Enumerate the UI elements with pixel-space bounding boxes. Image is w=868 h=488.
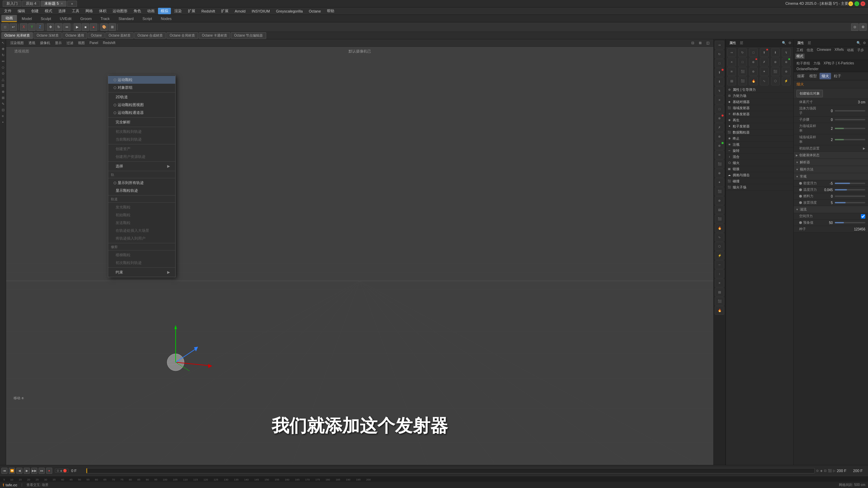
attrib-tab-project[interactable]: 工程 [795,47,805,53]
menu-item-full-solve[interactable]: 完全解析 [108,118,175,126]
attribs-icon-search[interactable]: 🔍 [856,41,861,45]
section-normal[interactable]: ▼ 常规 [794,173,868,180]
obj-item-16[interactable]: ⬛ 碰撞 [726,178,793,184]
menu-greyscale[interactable]: Greyscalegorilla [273,8,305,14]
mis-list2[interactable]: ≡ [715,279,724,287]
vp-camera[interactable]: 摄像机 [39,40,52,46]
nav-nodes[interactable]: Nodes [157,16,176,21]
obj-item-14[interactable]: ▤ 链接 [726,166,793,172]
tl-play[interactable]: ▶ [24,468,30,474]
attrib-tab-cineware[interactable]: Cineware [815,47,832,53]
obj-item-1[interactable]: ⊙ 属性 | 引导弹力 [726,87,793,93]
attrib-tab-xrefs[interactable]: XRefs [833,47,845,53]
vp-view[interactable]: 视图 [77,40,86,46]
prop-force-sample-slider[interactable] [835,128,865,129]
prop-temp-slider[interactable] [835,189,865,190]
obj-icon-solid3[interactable]: ⬛ [738,77,747,85]
menu-octane[interactable]: Octane [306,8,323,14]
menu-item-select[interactable]: 选择 ▶ [108,162,175,170]
mis-grid[interactable]: ▤ [715,205,724,214]
prop-domain-sample-value[interactable]: 2 [819,138,833,142]
sidebar-tool5[interactable]: ⊕ [0,89,6,94]
obj-item-8[interactable]: ⬛ 数据颗粒器 [726,129,793,136]
tb-x[interactable]: X [20,23,27,31]
mis-box[interactable]: □ [715,59,724,68]
vp-icon1[interactable]: ⊡ [690,41,695,45]
model-tab-model[interactable]: 模型 [807,73,819,79]
tb-snap[interactable]: ⊙ [851,23,859,31]
mis-hex[interactable]: ⬡ [715,242,724,251]
menu-item-object-group[interactable]: 对象群组 [108,84,175,92]
obj-icon-add[interactable]: ⊕ [749,58,758,66]
tab-xinrumen[interactable]: 新入门 [3,1,21,7]
attribs-tab-props[interactable]: 属性 [796,40,805,46]
prop-density-slider[interactable] [835,183,865,184]
nav-track[interactable]: Track [96,16,114,21]
mis-solid[interactable]: ⬛ [715,160,724,168]
attribs-tab-layers[interactable]: 层 [806,40,812,46]
mis-add2[interactable]: ⊕ [715,141,724,150]
sidebar-tool6[interactable]: ⊞ [0,95,6,100]
tl-prev-frame[interactable]: ◀ [16,468,22,474]
tb-options[interactable]: ⚙ [859,23,867,31]
menu-volume[interactable]: 体积 [96,8,109,14]
menu-item-show-particle-track[interactable]: 显示颗粒轨迹 [108,187,175,195]
mat-octane-global[interactable]: Octane 全局材质 [166,32,198,39]
prop-place-value[interactable]: 5 [819,201,833,205]
tb-play[interactable]: ▶ [74,23,81,31]
prop-substep-value[interactable]: 0 [819,118,833,122]
tab-weibiaoti5[interactable]: 未标题 5 × [41,1,66,7]
gear-icon[interactable]: ⚙ [788,41,791,45]
prop-place-slider-container[interactable] [835,202,865,203]
prop-domain-sample-slider[interactable] [835,139,865,140]
nav-script[interactable]: Script [138,16,156,21]
vp-icon2[interactable]: ⊞ [697,41,703,45]
menu-help[interactable]: 帮助 [324,8,337,14]
obj-icon-electric[interactable]: ⚡ [782,77,791,85]
prop-seed-value[interactable]: 123456 [852,227,865,231]
nav-model[interactable]: Model [18,16,36,21]
nav-animate[interactable]: 动画 [1,15,17,22]
obj-icon-add3[interactable]: ⊕ [749,67,758,76]
menu-mesh[interactable]: 网格 [83,8,96,14]
tl-end-icon4[interactable]: ⬛ [828,469,832,472]
obj-item-10[interactable]: ≋ 注视 [726,142,793,148]
objects-tab[interactable]: 属性 [728,40,737,46]
menu-item-2d-track[interactable]: 2D轨道 [108,93,175,101]
obj-icon-hex[interactable]: ⬡ [771,77,780,85]
menu-file[interactable]: 文件 [1,8,14,14]
mat-octane-surface[interactable]: Octane 面材质 [105,32,134,39]
tb-new[interactable]: □ [1,23,9,31]
obj-icon-emit[interactable]: ⬆ [760,48,769,57]
nav-uvedit[interactable]: UVEdit [56,16,76,21]
sidebar-tool8[interactable]: ⊡ [0,107,6,113]
menu-render[interactable]: 渲染 [172,8,184,14]
model-tab-particle[interactable]: 粒子 [832,73,843,79]
prop-place-slider[interactable] [835,202,865,203]
sidebar-tool2[interactable]: ⊙ [0,70,6,76]
menu-edit[interactable]: 编辑 [15,8,28,14]
tb-scale[interactable]: ⇔ [63,23,71,31]
menu-animate[interactable]: 动画 [144,8,157,14]
tb-record[interactable]: ● [90,23,97,31]
section-turbulence[interactable]: ▼ 湍流 [794,206,868,213]
obj-icon-force[interactable]: ⇒ [727,48,736,57]
prop-fluid-slider-container[interactable] [835,110,865,111]
tb-stop[interactable]: ■ [82,23,89,31]
obj-icon-wave[interactable]: ≋ [727,67,736,76]
tl-record[interactable]: ● [46,468,52,474]
prop-reserve-slider[interactable] [835,222,865,223]
obj-icon-solid2[interactable]: ⬛ [771,67,780,76]
close-button[interactable]: × [861,1,865,6]
menu-create[interactable]: 创建 [28,8,41,14]
obj-icon-down[interactable]: ⬇ [771,48,780,57]
tl-end[interactable]: ⏭ [39,468,45,474]
prop-density-slider-container[interactable] [835,183,865,184]
tb-move[interactable]: ✥ [47,23,54,31]
obj-icon-add4[interactable]: ⊕ [782,67,791,76]
tb-y[interactable]: Y [28,23,36,31]
menu-redshift[interactable]: Redshift [199,8,218,14]
mis-add3[interactable]: ⊕ [715,169,724,178]
maximize-button[interactable]: □ [854,1,859,6]
model-tab-fire[interactable]: 烟火 [820,73,831,79]
